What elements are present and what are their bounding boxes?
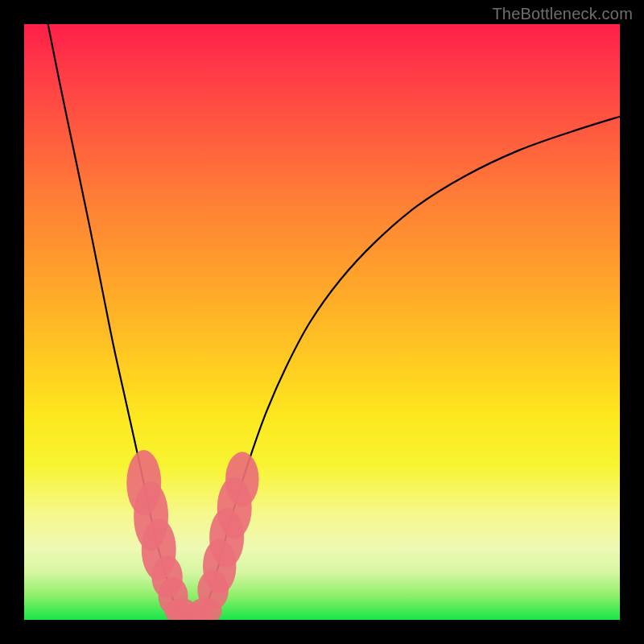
chart-svg bbox=[24, 24, 620, 620]
plot-area bbox=[24, 24, 620, 620]
watermark-text: TheBottleneck.com bbox=[492, 5, 633, 23]
curve-right-branch bbox=[203, 117, 620, 617]
data-marker bbox=[225, 452, 258, 506]
chart-frame: TheBottleneck.com bbox=[0, 0, 644, 644]
marker-group bbox=[126, 450, 258, 620]
